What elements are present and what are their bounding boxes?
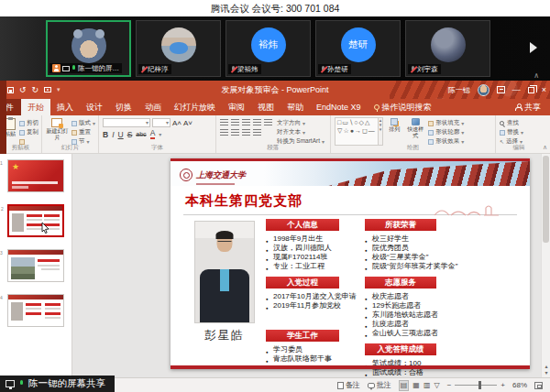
- layout-button[interactable]: 版式▾: [72, 119, 95, 127]
- current-slide[interactable]: 上海交通大学 本科生第四党支部: [170, 158, 530, 369]
- minimize-button[interactable]: —: [512, 81, 521, 99]
- mic-muted-icon: [411, 66, 415, 73]
- tab-insert[interactable]: 插入: [50, 99, 80, 115]
- tab-transitions[interactable]: 切换: [109, 99, 138, 115]
- thumbnail-slide-1[interactable]: 1 ★: [7, 159, 64, 192]
- thumb-2-preview: [9, 206, 62, 235]
- tab-design[interactable]: 设计: [80, 99, 109, 115]
- zoom-slider[interactable]: [455, 385, 497, 386]
- bullet: 金山铁人三项志愿者: [365, 329, 468, 338]
- scrollbar-thumb[interactable]: [543, 156, 549, 243]
- font-name-select[interactable]: [103, 118, 150, 127]
- participant-name: 刘宇森: [417, 65, 438, 74]
- font-color-button[interactable]: A: [150, 129, 156, 139]
- tab-review[interactable]: 审阅: [222, 99, 251, 115]
- screen-share-overlay[interactable]: 陈一锶的屏幕共享: [0, 376, 115, 392]
- shrink-font-icon[interactable]: A˅: [183, 119, 192, 127]
- screen: 腾讯会议 会议号: 300 701 084 陈一锶的屏… 纪梓淳: [0, 0, 550, 392]
- person-name[interactable]: 彭星皓: [180, 328, 270, 343]
- tab-home[interactable]: 开始: [21, 99, 50, 115]
- reset-button[interactable]: 重置: [72, 128, 95, 136]
- replace-button[interactable]: 替换▾: [500, 128, 523, 136]
- tab-view[interactable]: 视图: [251, 99, 280, 115]
- align-text-button[interactable]: 对齐文本▾: [277, 128, 324, 136]
- participant-tile[interactable]: 纪梓淳: [136, 20, 221, 77]
- comments-toggle[interactable]: 批注: [368, 380, 391, 390]
- collapse-ribbon-icon[interactable]: ∧: [543, 144, 547, 151]
- section-header: 入党过程: [266, 277, 339, 289]
- bold-button[interactable]: B: [103, 130, 108, 139]
- cut-button[interactable]: 剪切: [19, 119, 38, 127]
- notes-toggle[interactable]: 备注: [337, 380, 360, 390]
- participant-name: 陈一锶的屏…: [78, 64, 119, 73]
- shape-fill-button[interactable]: 形状填充▾: [428, 119, 464, 127]
- indent-decrease-icon[interactable]: [242, 119, 250, 125]
- zoom-in-button[interactable]: +: [500, 381, 505, 389]
- grow-font-icon[interactable]: A˄: [172, 119, 182, 127]
- strikethrough-button[interactable]: S: [127, 130, 133, 139]
- shapes-gallery[interactable]: □▭∖○◇△ ▽☆●→◻—: [335, 117, 379, 146]
- arrange-button[interactable]: 排列: [386, 117, 402, 146]
- participant-tile[interactable]: 刘宇森: [405, 20, 490, 77]
- participant-tile[interactable]: 楚研 孙楚研: [315, 20, 401, 77]
- participant-tile-sharer[interactable]: 陈一锶的屏…: [46, 20, 131, 77]
- bullet: 校三好学生: [365, 234, 468, 244]
- zoom-level[interactable]: 68%: [512, 381, 527, 389]
- normal-view-button[interactable]: ▤: [399, 380, 410, 391]
- face: [217, 233, 233, 252]
- collapse-strip-icon[interactable]: ∧: [534, 72, 539, 80]
- line-spacing-icon[interactable]: [264, 119, 272, 125]
- zoom-out-button[interactable]: −: [447, 381, 452, 389]
- shape-outline-button[interactable]: 形状轮廓▾: [428, 128, 464, 136]
- tab-animations[interactable]: 动画: [138, 99, 168, 115]
- tab-endnote[interactable]: EndNote X9: [310, 99, 368, 115]
- vertical-scrollbar[interactable]: ▴▾: [541, 154, 550, 377]
- font-size-select[interactable]: [152, 118, 170, 127]
- reading-view-button[interactable]: ▥: [424, 381, 431, 389]
- slide-thumbnail-panel: 1 ★ 2: [0, 154, 72, 377]
- quick-styles-button[interactable]: 快速样式: [405, 117, 425, 146]
- slide-sorter-view-button[interactable]: ▦: [412, 381, 420, 389]
- shapes-scroll[interactable]: ▴▾▾: [379, 117, 384, 146]
- tab-slideshow[interactable]: 幻灯片放映: [168, 99, 222, 115]
- new-slide-button[interactable]: 新建幻灯片: [46, 117, 69, 146]
- account-name[interactable]: 陈一锶: [448, 85, 470, 95]
- ribbon-display-options-icon[interactable]: [497, 86, 505, 93]
- restore-button[interactable]: [528, 87, 534, 93]
- tab-help[interactable]: 帮助: [280, 99, 310, 115]
- share-button[interactable]: 共享: [514, 99, 550, 115]
- clear-format-icon[interactable]: abc: [136, 131, 146, 137]
- slide-title[interactable]: 本科生第四党支部: [185, 192, 302, 210]
- more-participants-arrow[interactable]: [530, 42, 537, 53]
- fit-to-window-icon[interactable]: [534, 382, 543, 389]
- align-right-icon[interactable]: [242, 129, 250, 136]
- copy-button[interactable]: 复制: [19, 128, 38, 136]
- numbering-icon[interactable]: [231, 119, 239, 125]
- account-avatar[interactable]: [478, 84, 490, 96]
- bullet: 院优秀团员: [365, 244, 468, 253]
- slideshow-view-button[interactable]: ▽: [434, 381, 439, 389]
- close-button[interactable]: ×: [542, 81, 546, 99]
- prev-next-slide-buttons[interactable]: ▴▾: [542, 364, 550, 376]
- thumbnail-slide-3[interactable]: 3: [7, 249, 64, 282]
- text-direction-button[interactable]: 文字方向▾: [277, 119, 324, 127]
- thumbnail-slide-4[interactable]: 4: [7, 294, 64, 327]
- slide-right-column[interactable]: 所获荣誉 校三好学生 院优秀团员 校级“三星奖学金” 院级“贺彭年班英才奖学金”…: [365, 219, 468, 383]
- align-left-icon[interactable]: [220, 129, 228, 136]
- find-button[interactable]: 查找: [500, 119, 523, 127]
- slide-number: 3: [0, 250, 3, 256]
- person-photo[interactable]: [194, 221, 255, 323]
- font-color-dropdown[interactable]: ▾: [159, 131, 161, 137]
- underline-button[interactable]: U: [118, 130, 124, 139]
- avatar: 裕炜: [251, 27, 286, 62]
- participant-tile[interactable]: 裕炜 梁裕炜: [226, 20, 311, 77]
- thumbnail-slide-2-selected[interactable]: 2: [7, 204, 64, 237]
- align-center-icon[interactable]: [231, 129, 239, 136]
- bullets-icon[interactable]: [220, 119, 228, 125]
- zoom-slider-thumb[interactable]: [478, 381, 481, 389]
- italic-button[interactable]: I: [112, 130, 114, 139]
- justify-icon[interactable]: [253, 129, 261, 136]
- tab-tell-me[interactable]: 操作说明搜索: [368, 99, 438, 115]
- indent-increase-icon[interactable]: [253, 119, 261, 125]
- architecture-photo: [328, 161, 530, 186]
